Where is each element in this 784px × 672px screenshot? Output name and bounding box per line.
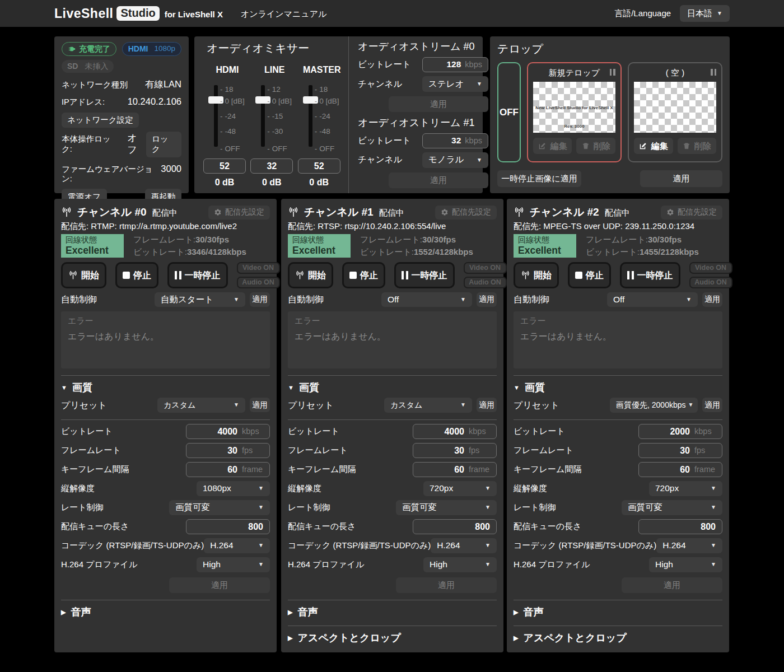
- mixer-value-input[interactable]: 52: [298, 158, 340, 174]
- destination-settings-button[interactable]: 配信先設定: [661, 206, 722, 220]
- telop-card-empty[interactable]: ( 空 ) 編集 削除: [628, 62, 722, 162]
- preset-apply-button[interactable]: 適用: [702, 398, 722, 412]
- preset-select[interactable]: カスタム ▼: [384, 398, 472, 413]
- quality-field-select[interactable]: High▼: [649, 557, 722, 572]
- volume-slider[interactable]: 180 [dB]-24-48OFF: [301, 85, 348, 148]
- quality-field-input[interactable]: 4000kbps: [186, 424, 270, 439]
- stream-apply-button[interactable]: 適用: [389, 172, 488, 188]
- quality-apply-button[interactable]: 適用: [169, 577, 270, 593]
- stream-channel-select[interactable]: モノラル▼: [422, 152, 488, 168]
- volume-slider[interactable]: 180 [dB]-24-48OFF: [207, 85, 254, 148]
- pause-button[interactable]: 一時停止: [620, 262, 680, 288]
- pause-button[interactable]: 一時停止: [394, 262, 455, 288]
- stream-channel-label: チャンネル: [358, 155, 402, 165]
- stop-button[interactable]: 停止: [342, 262, 385, 288]
- start-button[interactable]: 開始: [61, 262, 106, 288]
- quality-section-header[interactable]: ▼ 画質: [514, 382, 722, 394]
- telop-apply-button[interactable]: 適用: [640, 170, 722, 187]
- quality-field-value: 1080px: [203, 483, 231, 494]
- destination-settings-button[interactable]: 配信先設定: [208, 206, 270, 220]
- chevron-down-icon: ▼: [717, 10, 722, 17]
- quality-field-select[interactable]: H.264▼: [204, 538, 270, 553]
- telop-title: テロップ: [497, 42, 722, 55]
- slider-tick-label: 18: [315, 85, 328, 94]
- quality-apply-button[interactable]: 適用: [622, 577, 722, 593]
- telop-off-button[interactable]: OFF: [497, 62, 521, 162]
- stream-bitrate-input[interactable]: 32kbps: [422, 133, 488, 148]
- language-select[interactable]: 日本語 ▼: [680, 5, 730, 22]
- quality-field-value: High: [655, 559, 673, 570]
- start-button[interactable]: 開始: [288, 262, 333, 288]
- audio-section-header[interactable]: ▶ 音声: [288, 606, 497, 619]
- start-button[interactable]: 開始: [514, 262, 559, 288]
- apply-to-pause-image-button[interactable]: 一時停止画像に適用: [497, 170, 581, 187]
- quality-field-input[interactable]: 30fps: [413, 443, 497, 458]
- edit-icon: [538, 142, 547, 150]
- quality-field-input[interactable]: 800: [413, 519, 497, 534]
- quality-field-select[interactable]: 画質可変▼: [169, 500, 270, 515]
- quality-field-input[interactable]: 800: [186, 519, 270, 534]
- auto-control-select[interactable]: Off ▼: [381, 292, 472, 307]
- quality-field-input[interactable]: 60frame: [186, 462, 270, 477]
- quality-field-label: 配信キューの長さ: [288, 521, 356, 531]
- auto-control-apply-button[interactable]: 適用: [250, 292, 270, 307]
- auto-control-apply-button[interactable]: 適用: [477, 292, 497, 307]
- quality-field-input[interactable]: 4000kbps: [413, 424, 497, 439]
- stop-button[interactable]: 停止: [568, 262, 611, 288]
- auto-control-select[interactable]: Off ▼: [607, 292, 698, 307]
- quality-field-input[interactable]: 60frame: [413, 462, 497, 477]
- quality-section-header[interactable]: ▼ 画質: [288, 382, 497, 394]
- volume-slider[interactable]: 120 [dB]-15-30OFF: [254, 85, 301, 148]
- quality-field-select[interactable]: 720px▼: [649, 481, 722, 496]
- quality-field-select[interactable]: High▼: [197, 557, 270, 572]
- aspect-section-header[interactable]: ▶ アスペクトとクロップ: [288, 632, 497, 645]
- quality-field-input[interactable]: 800: [638, 519, 722, 534]
- telop-card[interactable]: 新規テロップ New LiveShell Studio for LiveShel…: [527, 62, 622, 162]
- preset-select[interactable]: 画質優先, 2000kbps ▼: [610, 398, 698, 413]
- quality-section-header[interactable]: ▼ 画質: [61, 382, 270, 394]
- mixer-value-input[interactable]: 32: [250, 158, 293, 174]
- quality-field-select[interactable]: 1080px▼: [197, 481, 270, 496]
- telop-delete-button[interactable]: 削除: [576, 138, 615, 154]
- aspect-section-header[interactable]: ▶ アスペクトとクロップ: [514, 632, 722, 645]
- quality-field-input[interactable]: 30fps: [638, 443, 722, 458]
- preset-apply-button[interactable]: 適用: [477, 398, 497, 412]
- quality-field-row: ビットレート2000kbps: [514, 424, 722, 439]
- quality-apply-button[interactable]: 適用: [396, 577, 497, 593]
- line-status-value: Excellent: [292, 245, 346, 256]
- quality-field-select[interactable]: 画質可変▼: [622, 500, 722, 515]
- stream-channel-select[interactable]: ステレオ▼: [422, 76, 488, 92]
- destination-settings-button[interactable]: 配信先設定: [435, 206, 497, 220]
- auto-control-select[interactable]: 自動スタート ▼: [155, 292, 245, 307]
- stream-bitrate-input[interactable]: 128kbps: [422, 57, 488, 72]
- pause-button[interactable]: 一時停止: [167, 262, 228, 288]
- telop-edit-button[interactable]: 編集: [634, 138, 673, 154]
- preset-label: プリセット: [61, 400, 107, 411]
- network-settings-button[interactable]: ネットワーク設定: [62, 113, 139, 128]
- preset-apply-button[interactable]: 適用: [250, 398, 270, 412]
- preset-select[interactable]: カスタム ▼: [157, 398, 245, 413]
- mixer-value-input[interactable]: 52: [203, 158, 246, 174]
- quality-field-value: 800: [475, 521, 490, 533]
- quality-field-input[interactable]: 30fps: [186, 443, 270, 458]
- lock-button[interactable]: ロック: [146, 132, 181, 157]
- online-manual-link[interactable]: オンラインマニュアル: [241, 9, 327, 19]
- quality-field-select[interactable]: 画質可変▼: [396, 500, 497, 515]
- quality-field-input[interactable]: 60frame: [638, 462, 722, 477]
- quality-field-input[interactable]: 2000kbps: [638, 424, 722, 439]
- auto-control-apply-button[interactable]: 適用: [702, 292, 722, 307]
- telop-delete-button[interactable]: 削除: [678, 138, 717, 154]
- stop-button[interactable]: 停止: [115, 262, 158, 288]
- quality-field-select[interactable]: H.264▼: [656, 538, 722, 553]
- telop-preview-text: New LiveShell Studio for LiveShell X: [533, 105, 615, 111]
- telop-edit-button[interactable]: 編集: [533, 138, 572, 154]
- quality-field-row: レート制御画質可変▼: [514, 500, 722, 515]
- destination-settings-label: 配信先設定: [225, 207, 264, 217]
- quality-field-select[interactable]: High▼: [423, 557, 497, 572]
- audio-section-header[interactable]: ▶ 音声: [514, 606, 722, 619]
- quality-field-select[interactable]: 720px▼: [423, 481, 497, 496]
- quality-field-select[interactable]: H.264▼: [431, 538, 497, 553]
- slider-tick-label: -48: [315, 127, 330, 136]
- stream-apply-button[interactable]: 適用: [389, 96, 488, 112]
- audio-section-header[interactable]: ▶ 音声: [61, 606, 270, 619]
